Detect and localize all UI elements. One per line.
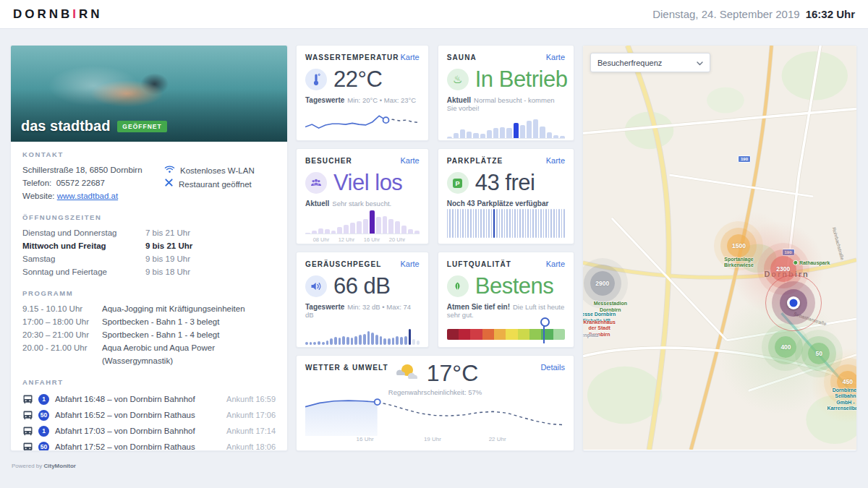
air-quality-footnote: Aktuell: 18 • Prognose: 21 xyxy=(447,346,565,348)
bar xyxy=(344,225,349,234)
speaker-icon xyxy=(305,275,327,297)
air-quality-gradient xyxy=(447,329,565,340)
karte-link[interactable]: Karte xyxy=(546,156,565,165)
bus-line-badge: 1 xyxy=(38,394,49,405)
bus-line-badge: 1 xyxy=(38,426,49,437)
parking-value: 43 frei xyxy=(475,170,535,196)
map-visitor-bubble[interactable]: 50 xyxy=(808,343,830,364)
map-poi-label[interactable]: eeenplatz xyxy=(582,333,599,338)
transit-row: 50Abfahrt 16:52 – von Dornbirn RathausAn… xyxy=(22,407,276,423)
arrival-text: Ankunft 18:06 xyxy=(226,442,276,451)
sauna-stats: AktuellNormal besucht - kommen Sie vorbe… xyxy=(447,96,565,112)
karte-link[interactable]: Karte xyxy=(400,53,419,61)
powered-by: Powered by CityMonitor xyxy=(12,463,76,469)
card-title: SAUNA xyxy=(447,53,477,61)
bar xyxy=(493,128,498,138)
visitors-stats: AktuellSehr stark besucht. xyxy=(305,200,420,207)
weather-card: WETTER & UMWELT Details 17°C Regenwahrsc… xyxy=(296,355,574,451)
bar-series xyxy=(305,207,420,234)
bar xyxy=(400,337,403,345)
bus-line-badge: 50 xyxy=(38,410,49,421)
top-bar: DORNBIRN Dienstag, 24. September 201916:… xyxy=(0,0,868,29)
sauna-card: SAUNA Karte ♨ In Betrieb AktuellNormal b… xyxy=(438,45,574,141)
departure-text: Abfahrt 16:48 – von Dornbirn Bahnhof xyxy=(55,395,226,403)
program-activity: Aqua-Jogging mit Kräftigungseinheiten xyxy=(102,302,276,315)
arrival-text: Ankunft 16:59 xyxy=(226,395,276,403)
hours-heading: ÖFFNUNGSZEITEN xyxy=(22,213,276,221)
bar xyxy=(339,338,341,345)
karte-link[interactable]: Karte xyxy=(546,260,565,268)
hours-days: Sonntag und Feiertage xyxy=(22,265,145,278)
map-poi-label[interactable]: Rathauspark xyxy=(793,260,830,266)
karte-link[interactable]: Karte xyxy=(400,260,419,268)
bar xyxy=(350,223,355,234)
bar xyxy=(527,121,532,138)
program-row: 20.00 - 21.00 UhrAqua Aerobic und Aqua P… xyxy=(22,341,276,367)
current-date: Dienstag, 24. September 2019 xyxy=(652,8,799,20)
bar xyxy=(514,123,519,138)
bar xyxy=(520,125,525,138)
bar xyxy=(318,228,323,234)
bar xyxy=(396,336,399,345)
bar xyxy=(337,227,342,234)
bus-line-badge: 50 xyxy=(38,442,49,452)
map-layer-select[interactable]: Besucherfrequenz xyxy=(590,53,710,72)
venue-phone: Telefon: 05572 22687 xyxy=(22,176,164,189)
map-canvas[interactable]: 15002300290040050450Dornbirn190190Sebast… xyxy=(582,45,857,451)
logo-accent-i: I xyxy=(72,7,79,21)
map-visitor-bubble[interactable]: 400 xyxy=(775,336,796,358)
visitors-status-value: Viel los xyxy=(333,170,402,196)
bar xyxy=(375,335,378,345)
map-poi-label[interactable]: Sportanlage Birkenwiese xyxy=(724,256,754,268)
program-time: 20:30 – 21:00 Uhr xyxy=(22,328,102,341)
bar-series xyxy=(447,112,565,138)
air-quality-value: Bestens xyxy=(475,273,554,299)
bus-icon xyxy=(22,394,33,405)
hours-days: Mittwoch und Freitag xyxy=(22,239,145,252)
bar xyxy=(305,342,308,345)
karte-link[interactable]: Karte xyxy=(546,53,565,61)
stripe-series xyxy=(447,209,565,238)
amenity-item: Restaurant geöffnet xyxy=(164,178,276,192)
road-shield: 190 xyxy=(781,249,794,256)
hours-days: Dienstag und Donnerstag xyxy=(22,226,145,239)
bar xyxy=(357,221,362,234)
current-datetime: Dienstag, 24. September 201916:32 Uhr xyxy=(652,8,855,20)
chevron-down-icon xyxy=(697,59,703,67)
program-row: 17:00 – 18:00 UhrSportbecken - Bahn 1 - … xyxy=(22,315,276,328)
karte-link[interactable]: Karte xyxy=(400,156,419,165)
program-activity: Aqua Aerobic und Aqua Power (Wassergymna… xyxy=(102,341,276,367)
program-activity: Sportbecken - Bahn 1 - 3 belegt xyxy=(102,315,276,328)
map-visitor-bubble[interactable]: 1500 xyxy=(727,234,750,257)
hours-time: 9 bis 21 Uhr xyxy=(145,239,276,252)
gradient-bar xyxy=(447,329,565,340)
venue-name: das stadtbad xyxy=(21,118,110,134)
bar xyxy=(460,129,465,138)
bar xyxy=(395,221,400,234)
departure-text: Abfahrt 17:52 – von Dornbirn Rathaus xyxy=(55,442,226,451)
website-link[interactable]: www.stadtbad.at xyxy=(57,192,118,200)
hours-row: Dienstag und Donnerstag7 bis 21 Uhr xyxy=(22,226,276,239)
bar xyxy=(409,329,412,345)
noise-card: GERÄUSCHPEGEL Karte 66 dB TageswerteMin:… xyxy=(296,252,429,348)
bar xyxy=(383,338,386,345)
map-poi-label[interactable]: Dornbirner Seilbahn GmbH - Karrenseilbah… xyxy=(827,388,857,412)
program-heading: PROGRAMM xyxy=(22,289,276,297)
air-quality-card: LUFTQUALITÄT Karte Bestens Atmen Sie tie… xyxy=(438,252,574,348)
bar xyxy=(367,331,370,345)
card-title: GERÄUSCHPEGEL xyxy=(305,260,381,268)
bar xyxy=(322,342,325,345)
departure-text: Abfahrt 17:03 – von Dornbirn Bahnhof xyxy=(55,427,226,435)
map-visitor-bubble[interactable]: 2900 xyxy=(590,271,615,296)
bar xyxy=(371,333,374,345)
card-title: BESUCHER xyxy=(305,157,352,165)
sauna-occupancy-chart: 08 Uhr12 Uhr16 Uhr20 Uhr xyxy=(447,112,565,141)
bar xyxy=(310,342,312,345)
air-stats: Atmen Sie tief ein!Die Luft ist heute se… xyxy=(447,303,565,319)
visitors-card: BESUCHER Karte Viel los AktuellSehr star… xyxy=(296,148,429,244)
parking-availability-chart xyxy=(447,209,565,238)
bar xyxy=(473,133,478,138)
bar xyxy=(318,341,320,345)
bar xyxy=(342,336,345,345)
parking-stats: Noch 43 Parkplätze verfügbar xyxy=(447,200,565,207)
